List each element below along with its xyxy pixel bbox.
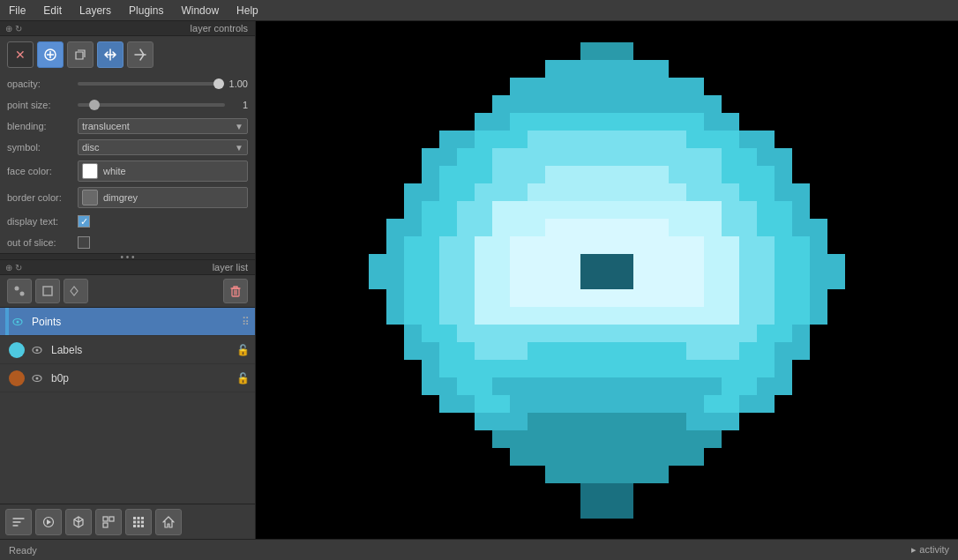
svg-rect-58 <box>422 201 457 219</box>
symbol-select[interactable]: disc ▼ <box>78 139 248 155</box>
svg-rect-140 <box>457 377 492 395</box>
layer-list-section: ⊕ ↻ layer list <box>0 260 255 539</box>
point-size-slider-thumb[interactable] <box>89 100 100 110</box>
new-shape-layer-button[interactable] <box>35 279 60 303</box>
opacity-slider-track[interactable] <box>78 82 224 86</box>
svg-rect-111 <box>386 307 404 325</box>
svg-rect-63 <box>792 201 810 219</box>
b0p-layer-lock-icon[interactable]: 🔓 <box>236 372 250 385</box>
border-color-input[interactable]: dimgrey <box>78 187 248 208</box>
points-layer-drag-icon[interactable]: ⠿ <box>242 316 250 328</box>
console-button[interactable] <box>5 509 32 535</box>
symbol-value: disc <box>82 142 100 153</box>
svg-point-11 <box>36 377 39 379</box>
svg-rect-96 <box>510 272 580 289</box>
menu-window[interactable]: Window <box>172 3 228 19</box>
canvas-area[interactable] <box>256 21 958 539</box>
svg-rect-53 <box>528 183 686 201</box>
out-of-slice-control <box>78 236 248 249</box>
svg-rect-65 <box>422 219 457 236</box>
menu-help[interactable]: Help <box>228 3 267 19</box>
symbol-row: symbol: disc ▼ <box>0 137 255 158</box>
opacity-slider-thumb[interactable] <box>213 78 224 89</box>
svg-rect-33 <box>439 131 475 148</box>
menu-edit[interactable]: Edit <box>34 3 71 19</box>
display-text-checkbox[interactable]: ✓ <box>78 215 90 228</box>
face-color-row: face color: white <box>0 158 255 184</box>
svg-rect-17 <box>138 517 140 519</box>
svg-rect-107 <box>704 289 739 307</box>
svg-rect-20 <box>138 520 140 523</box>
svg-rect-35 <box>528 131 686 148</box>
close-layer-button[interactable]: ✕ <box>7 41 34 68</box>
controls-resize-handle[interactable]: • • • <box>0 253 255 260</box>
layer-item-labels[interactable]: Labels 🔓 <box>0 336 255 364</box>
point-size-slider-track[interactable] <box>78 103 225 107</box>
opacity-row: opacity: 1.00 <box>0 73 255 94</box>
svg-rect-131 <box>686 342 739 360</box>
grid-button[interactable] <box>125 509 152 535</box>
svg-rect-66 <box>457 219 492 236</box>
layer-controls-left-icons: ⊕ ↻ <box>5 24 22 34</box>
svg-rect-37 <box>739 131 775 148</box>
pixel-art-canvas <box>351 21 863 539</box>
svg-rect-54 <box>686 183 739 201</box>
points-layer-visibility-icon[interactable] <box>9 313 26 331</box>
svg-rect-157 <box>369 254 404 289</box>
layer-list-header: ⊕ ↻ layer list <box>0 260 255 275</box>
layer-item-points[interactable]: Points ⠿ <box>0 308 255 336</box>
layer-item-b0p[interactable]: b0p 🔓 <box>0 364 255 392</box>
out-of-slice-checkbox[interactable] <box>78 236 90 249</box>
point-size-control: 1 <box>78 100 248 110</box>
svg-rect-123 <box>492 325 722 342</box>
blending-select[interactable]: translucent ▼ <box>78 118 248 134</box>
svg-rect-112 <box>404 307 439 325</box>
svg-rect-45 <box>492 166 545 183</box>
svg-rect-69 <box>669 219 722 236</box>
activity-button[interactable]: ▸ activity <box>911 544 949 556</box>
svg-rect-55 <box>739 183 775 201</box>
cube-button[interactable] <box>65 509 92 535</box>
add-layer-button[interactable] <box>37 41 64 68</box>
svg-rect-105 <box>475 289 510 307</box>
home-button[interactable] <box>155 509 182 535</box>
main-layout: ⊕ ↻ layer controls ✕ <box>0 21 958 539</box>
svg-rect-50 <box>404 183 439 201</box>
svg-rect-30 <box>475 113 510 131</box>
labels-layer-lock-icon[interactable]: 🔓 <box>236 344 250 356</box>
svg-rect-13 <box>103 517 108 521</box>
svg-rect-15 <box>103 523 108 527</box>
b0p-layer-visibility-icon[interactable] <box>28 370 46 387</box>
svg-rect-153 <box>510 448 704 466</box>
svg-rect-154 <box>545 466 669 483</box>
svg-rect-38 <box>422 148 457 166</box>
blending-row: blending: translucent ▼ <box>0 116 255 137</box>
layer-list-toolbar <box>0 275 255 308</box>
svg-rect-116 <box>704 307 739 325</box>
svg-point-7 <box>17 320 19 323</box>
menu-layers[interactable]: Layers <box>71 3 120 19</box>
new-points-layer-button[interactable] <box>7 279 32 303</box>
delete-layer-button[interactable] <box>223 279 248 303</box>
svg-rect-31 <box>510 113 704 131</box>
svg-rect-120 <box>404 325 422 342</box>
face-color-input[interactable]: white <box>78 161 248 182</box>
svg-rect-29 <box>492 95 722 113</box>
expand-button[interactable] <box>95 509 122 535</box>
svg-point-3 <box>15 287 19 291</box>
labels-layer-visibility-icon[interactable] <box>28 341 46 359</box>
new-label-layer-button[interactable] <box>64 279 88 303</box>
svg-rect-102 <box>386 289 404 307</box>
svg-rect-21 <box>141 520 144 523</box>
svg-rect-72 <box>792 219 827 236</box>
layer-controls-header: ⊕ ↻ layer controls <box>0 21 255 36</box>
svg-rect-148 <box>739 395 775 413</box>
menu-file[interactable]: File <box>0 3 34 19</box>
transform-button[interactable] <box>127 41 153 68</box>
svg-rect-23 <box>138 525 140 527</box>
move-layer-button[interactable] <box>97 41 123 68</box>
svg-rect-60 <box>492 201 722 219</box>
script-button[interactable] <box>35 509 62 535</box>
duplicate-layer-button[interactable] <box>67 41 94 68</box>
menu-plugins[interactable]: Plugins <box>120 3 172 19</box>
